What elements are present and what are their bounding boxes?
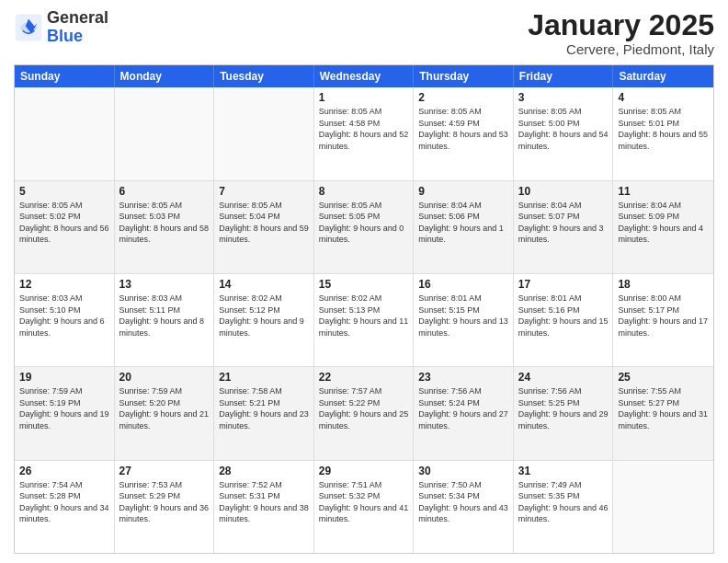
- title-block: January 2025 Cervere, Piedmont, Italy: [528, 9, 714, 57]
- day-cell-26: 26Sunrise: 7:54 AM Sunset: 5:28 PM Dayli…: [15, 461, 115, 553]
- day-number: 21: [219, 371, 309, 384]
- day-cell-7: 7Sunrise: 8:05 AM Sunset: 5:04 PM Daylig…: [214, 181, 314, 273]
- day-cell-4: 4Sunrise: 8:05 AM Sunset: 5:01 PM Daylig…: [613, 87, 713, 179]
- day-content: Sunrise: 7:49 AM Sunset: 5:35 PM Dayligh…: [518, 479, 609, 525]
- day-number: 3: [518, 91, 609, 104]
- day-content: Sunrise: 7:56 AM Sunset: 5:24 PM Dayligh…: [418, 385, 508, 431]
- logo-icon: [14, 13, 43, 42]
- day-content: Sunrise: 8:05 AM Sunset: 5:01 PM Dayligh…: [618, 106, 709, 152]
- day-number: 14: [219, 278, 309, 291]
- calendar-week-1: 1Sunrise: 8:05 AM Sunset: 4:58 PM Daylig…: [15, 87, 713, 180]
- day-content: Sunrise: 8:01 AM Sunset: 5:16 PM Dayligh…: [518, 293, 609, 339]
- day-content: Sunrise: 7:59 AM Sunset: 5:19 PM Dayligh…: [19, 385, 109, 431]
- calendar-week-4: 19Sunrise: 7:59 AM Sunset: 5:19 PM Dayli…: [15, 367, 713, 460]
- calendar-title: January 2025: [528, 9, 714, 41]
- logo-text: General Blue: [47, 9, 108, 46]
- day-number: 26: [19, 465, 109, 477]
- day-content: Sunrise: 7:58 AM Sunset: 5:21 PM Dayligh…: [219, 385, 309, 431]
- day-number: 7: [219, 185, 309, 198]
- day-content: Sunrise: 7:52 AM Sunset: 5:31 PM Dayligh…: [219, 479, 309, 525]
- day-content: Sunrise: 8:00 AM Sunset: 5:17 PM Dayligh…: [618, 293, 709, 339]
- day-number: 22: [319, 371, 409, 384]
- day-number: 27: [119, 465, 210, 477]
- day-content: Sunrise: 8:05 AM Sunset: 5:04 PM Dayligh…: [219, 200, 309, 246]
- day-content: Sunrise: 8:04 AM Sunset: 5:07 PM Dayligh…: [518, 200, 609, 246]
- day-number: 6: [119, 185, 210, 198]
- day-number: 30: [418, 465, 508, 477]
- day-cell-3: 3Sunrise: 8:05 AM Sunset: 5:00 PM Daylig…: [514, 87, 614, 179]
- day-cell-11: 11Sunrise: 8:04 AM Sunset: 5:09 PM Dayli…: [613, 181, 713, 273]
- calendar: SundayMondayTuesdayWednesdayThursdayFrid…: [14, 64, 714, 554]
- day-content: Sunrise: 8:02 AM Sunset: 5:13 PM Dayligh…: [319, 293, 409, 339]
- day-cell-1: 1Sunrise: 8:05 AM Sunset: 4:58 PM Daylig…: [314, 87, 415, 179]
- day-cell-31: 31Sunrise: 7:49 AM Sunset: 5:35 PM Dayli…: [514, 461, 614, 553]
- day-content: Sunrise: 7:57 AM Sunset: 5:22 PM Dayligh…: [319, 385, 409, 431]
- day-cell-20: 20Sunrise: 7:59 AM Sunset: 5:20 PM Dayli…: [115, 367, 215, 459]
- day-cell-23: 23Sunrise: 7:56 AM Sunset: 5:24 PM Dayli…: [414, 367, 514, 459]
- day-content: Sunrise: 8:03 AM Sunset: 5:11 PM Dayligh…: [119, 293, 210, 339]
- day-cell-25: 25Sunrise: 7:55 AM Sunset: 5:27 PM Dayli…: [613, 367, 713, 459]
- day-content: Sunrise: 8:05 AM Sunset: 5:05 PM Dayligh…: [319, 200, 409, 246]
- day-cell-13: 13Sunrise: 8:03 AM Sunset: 5:11 PM Dayli…: [115, 274, 215, 366]
- day-content: Sunrise: 8:03 AM Sunset: 5:10 PM Dayligh…: [19, 293, 109, 339]
- day-cell-14: 14Sunrise: 8:02 AM Sunset: 5:12 PM Dayli…: [214, 274, 314, 366]
- day-number: 31: [518, 465, 609, 477]
- empty-cell: [613, 461, 713, 553]
- day-cell-9: 9Sunrise: 8:04 AM Sunset: 5:06 PM Daylig…: [414, 181, 514, 273]
- day-content: Sunrise: 7:53 AM Sunset: 5:29 PM Dayligh…: [119, 479, 210, 525]
- day-content: Sunrise: 7:50 AM Sunset: 5:34 PM Dayligh…: [418, 479, 508, 525]
- day-header-saturday: Saturday: [613, 65, 713, 87]
- day-header-wednesday: Wednesday: [314, 65, 415, 87]
- day-cell-10: 10Sunrise: 8:04 AM Sunset: 5:07 PM Dayli…: [514, 181, 614, 273]
- logo-general: General: [47, 8, 108, 27]
- day-number: 29: [319, 465, 409, 477]
- day-cell-18: 18Sunrise: 8:00 AM Sunset: 5:17 PM Dayli…: [613, 274, 713, 366]
- day-content: Sunrise: 7:54 AM Sunset: 5:28 PM Dayligh…: [19, 479, 109, 525]
- day-cell-6: 6Sunrise: 8:05 AM Sunset: 5:03 PM Daylig…: [115, 181, 215, 273]
- day-content: Sunrise: 8:05 AM Sunset: 5:02 PM Dayligh…: [19, 200, 109, 246]
- day-cell-15: 15Sunrise: 8:02 AM Sunset: 5:13 PM Dayli…: [314, 274, 415, 366]
- day-number: 5: [19, 185, 109, 198]
- day-cell-12: 12Sunrise: 8:03 AM Sunset: 5:10 PM Dayli…: [15, 274, 115, 366]
- day-cell-19: 19Sunrise: 7:59 AM Sunset: 5:19 PM Dayli…: [15, 367, 115, 459]
- day-number: 11: [618, 185, 709, 198]
- day-content: Sunrise: 7:51 AM Sunset: 5:32 PM Dayligh…: [319, 479, 409, 525]
- day-number: 9: [418, 185, 508, 198]
- day-content: Sunrise: 8:04 AM Sunset: 5:09 PM Dayligh…: [618, 200, 709, 246]
- day-cell-5: 5Sunrise: 8:05 AM Sunset: 5:02 PM Daylig…: [15, 181, 115, 273]
- calendar-subtitle: Cervere, Piedmont, Italy: [528, 41, 714, 57]
- day-number: 4: [618, 91, 709, 104]
- day-number: 28: [219, 465, 309, 477]
- day-header-sunday: Sunday: [15, 65, 115, 87]
- day-cell-30: 30Sunrise: 7:50 AM Sunset: 5:34 PM Dayli…: [414, 461, 514, 553]
- day-content: Sunrise: 8:05 AM Sunset: 5:03 PM Dayligh…: [119, 200, 210, 246]
- day-cell-28: 28Sunrise: 7:52 AM Sunset: 5:31 PM Dayli…: [214, 461, 314, 553]
- day-header-tuesday: Tuesday: [214, 65, 314, 87]
- page: General Blue January 2025 Cervere, Piedm…: [0, 0, 728, 563]
- logo: General Blue: [14, 9, 108, 46]
- day-content: Sunrise: 8:04 AM Sunset: 5:06 PM Dayligh…: [418, 200, 508, 246]
- day-content: Sunrise: 8:01 AM Sunset: 5:15 PM Dayligh…: [418, 293, 508, 339]
- day-cell-24: 24Sunrise: 7:56 AM Sunset: 5:25 PM Dayli…: [514, 367, 614, 459]
- logo-blue: Blue: [47, 27, 83, 45]
- day-number: 2: [418, 91, 508, 104]
- day-header-thursday: Thursday: [414, 65, 514, 87]
- day-cell-8: 8Sunrise: 8:05 AM Sunset: 5:05 PM Daylig…: [314, 181, 415, 273]
- day-content: Sunrise: 7:55 AM Sunset: 5:27 PM Dayligh…: [618, 385, 709, 431]
- day-number: 10: [518, 185, 609, 198]
- day-header-monday: Monday: [115, 65, 215, 87]
- empty-cell: [115, 87, 215, 179]
- day-content: Sunrise: 8:05 AM Sunset: 5:00 PM Dayligh…: [518, 106, 609, 152]
- day-header-friday: Friday: [514, 65, 614, 87]
- day-number: 15: [319, 278, 409, 291]
- day-number: 25: [618, 371, 709, 384]
- calendar-body: 1Sunrise: 8:05 AM Sunset: 4:58 PM Daylig…: [15, 87, 713, 553]
- empty-cell: [214, 87, 314, 179]
- day-number: 19: [19, 371, 109, 384]
- day-number: 24: [518, 371, 609, 384]
- day-cell-17: 17Sunrise: 8:01 AM Sunset: 5:16 PM Dayli…: [514, 274, 614, 366]
- day-content: Sunrise: 7:59 AM Sunset: 5:20 PM Dayligh…: [119, 385, 210, 431]
- day-number: 17: [518, 278, 609, 291]
- day-cell-27: 27Sunrise: 7:53 AM Sunset: 5:29 PM Dayli…: [115, 461, 215, 553]
- day-cell-16: 16Sunrise: 8:01 AM Sunset: 5:15 PM Dayli…: [414, 274, 514, 366]
